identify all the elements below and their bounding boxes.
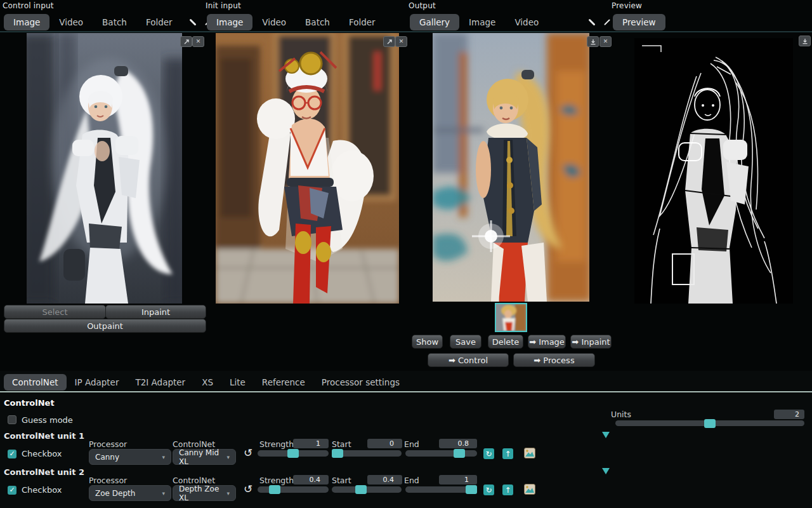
- unit1-strength-value[interactable]: 1: [293, 439, 329, 448]
- unit2-image-button[interactable]: [524, 484, 535, 497]
- save-button[interactable]: Save: [450, 335, 481, 349]
- unit2-start-slider[interactable]: [332, 486, 402, 493]
- unit2-start-handle[interactable]: [355, 485, 367, 494]
- tab-control-image[interactable]: Image: [4, 14, 49, 30]
- unit2-enabled-checkbox[interactable]: ✓: [8, 486, 16, 495]
- unit2-strength-slider[interactable]: [258, 486, 329, 493]
- unit1-start-slider[interactable]: [332, 450, 402, 457]
- unit2-processor-label: Processor: [89, 476, 127, 485]
- expand-glyph: [386, 39, 393, 45]
- unit1-start-label: Start: [332, 439, 351, 449]
- unit2-end-value[interactable]: 1: [439, 475, 477, 485]
- unit1-processor-dropdown[interactable]: Canny ▾: [89, 449, 171, 465]
- tab-lite[interactable]: Lite: [221, 374, 254, 391]
- unit1-enabled-checkbox[interactable]: ✓: [8, 450, 16, 458]
- to-image-button[interactable]: ➡ Image: [528, 335, 566, 349]
- output-download-icon[interactable]: [587, 36, 599, 47]
- unit2-collapse-icon[interactable]: [602, 468, 610, 474]
- image-icon: [524, 484, 535, 495]
- tab-xs[interactable]: XS: [193, 374, 221, 391]
- top-tab-divider: [0, 31, 812, 32]
- guess-mode-label: Guess mode: [22, 415, 73, 425]
- unit1-image-button[interactable]: [524, 448, 535, 461]
- tab-ip-adapter[interactable]: IP Adapter: [67, 374, 128, 391]
- unit1-sync-button[interactable]: ↻: [483, 448, 494, 459]
- unit2-title: ControlNet unit 2: [4, 467, 84, 477]
- tab-control-video[interactable]: Video: [49, 14, 93, 30]
- brush-icon[interactable]: [587, 18, 596, 27]
- gallery-thumbnail[interactable]: [495, 303, 527, 332]
- to-control-button[interactable]: ➡ Control: [428, 353, 509, 367]
- tab-output-image[interactable]: Image: [459, 14, 505, 30]
- to-inpaint-button[interactable]: ➡ Inpaint: [570, 335, 612, 349]
- unit2-strength-value[interactable]: 0.4: [293, 475, 329, 485]
- output-tabs: Gallery Image Video: [410, 13, 612, 31]
- delete-button[interactable]: Delete: [488, 335, 523, 349]
- unit1-collapse-icon[interactable]: [602, 432, 610, 438]
- unit1-end-value[interactable]: 0.8: [439, 439, 477, 448]
- init-input-tabs: Image Video Batch Folder: [207, 13, 385, 31]
- unit2-end-handle[interactable]: [466, 485, 477, 494]
- init-close-icon[interactable]: ✕: [395, 36, 407, 47]
- unit1-start-value[interactable]: 0: [367, 439, 402, 448]
- preview-image[interactable]: [634, 38, 793, 304]
- unit2-enabled-label: Checkbox: [22, 485, 62, 495]
- unit2-upload-button[interactable]: ↑: [502, 485, 513, 495]
- control-input-tabs: Image Video Batch Folder: [4, 13, 213, 31]
- tab-output-video[interactable]: Video: [505, 14, 548, 30]
- control-input-title: Control input: [3, 1, 54, 10]
- unit1-end-slider[interactable]: [405, 450, 477, 457]
- unit2-end-slider[interactable]: [405, 486, 477, 493]
- tab-output-gallery[interactable]: Gallery: [410, 14, 459, 30]
- tab-preview[interactable]: Preview: [613, 14, 665, 30]
- unit2-processor-dropdown[interactable]: Zoe Depth ▾: [89, 485, 171, 501]
- unit1-processor-label: Processor: [89, 439, 127, 449]
- preview-download-icon[interactable]: [799, 36, 811, 46]
- chevron-down-icon: ▾: [162, 490, 165, 497]
- unit2-end-label: End: [404, 476, 419, 485]
- unit2-start-label: Start: [332, 476, 351, 485]
- unit1-model-dropdown[interactable]: Canny Mid XL ▾: [173, 449, 236, 465]
- to-process-button[interactable]: ➡ Process: [513, 353, 595, 367]
- unit1-strength-slider[interactable]: [258, 450, 329, 457]
- control-close-icon[interactable]: ✕: [192, 36, 204, 47]
- brush-icon[interactable]: [188, 18, 197, 27]
- tab-init-image[interactable]: Image: [207, 14, 252, 30]
- unit2-model-dropdown[interactable]: Depth Zoe XL ▾: [173, 485, 236, 501]
- unit1-reset-icon[interactable]: ↺: [244, 448, 252, 458]
- output-close-icon[interactable]: ✕: [599, 36, 612, 47]
- units-value[interactable]: 2: [774, 410, 804, 419]
- unit1-model-value: Canny Mid XL: [179, 448, 223, 466]
- tab-init-folder[interactable]: Folder: [339, 14, 385, 30]
- tab-init-video[interactable]: Video: [252, 14, 296, 30]
- unit1-strength-handle[interactable]: [287, 449, 299, 458]
- unit2-start-value[interactable]: 0.4: [367, 475, 402, 485]
- tab-processor-settings[interactable]: Processor settings: [313, 374, 408, 391]
- unit1-start-handle[interactable]: [332, 449, 343, 458]
- unit2-reset-icon[interactable]: ↺: [244, 484, 252, 495]
- tab-control-batch[interactable]: Batch: [93, 14, 136, 30]
- units-slider[interactable]: [615, 420, 804, 426]
- unit1-upload-button[interactable]: ↑: [502, 448, 513, 459]
- unit2-strength-handle[interactable]: [269, 485, 280, 494]
- unit2-sync-button[interactable]: ↻: [483, 485, 494, 495]
- pencil-icon[interactable]: [603, 18, 612, 27]
- control-input-image[interactable]: [27, 33, 182, 304]
- guess-mode-checkbox[interactable]: [8, 415, 16, 424]
- inpaint-button[interactable]: Inpaint: [105, 305, 206, 319]
- init-expand-icon[interactable]: [383, 36, 395, 47]
- unit1-end-handle[interactable]: [454, 449, 465, 458]
- outpaint-button[interactable]: Outpaint: [4, 319, 206, 333]
- show-button[interactable]: Show: [412, 335, 443, 349]
- tab-t2i-adapter[interactable]: T2I Adapter: [127, 374, 193, 391]
- init-input-image[interactable]: [216, 33, 399, 304]
- tab-reference[interactable]: Reference: [254, 374, 313, 391]
- tab-controlnet[interactable]: ControlNet: [4, 374, 67, 391]
- tab-init-batch[interactable]: Batch: [296, 14, 339, 30]
- chevron-down-icon: ▾: [226, 490, 230, 497]
- control-expand-icon[interactable]: [180, 36, 192, 47]
- tab-control-folder[interactable]: Folder: [136, 14, 182, 30]
- output-image[interactable]: [433, 33, 589, 302]
- units-slider-handle[interactable]: [704, 419, 716, 428]
- select-button[interactable]: Select: [4, 305, 106, 319]
